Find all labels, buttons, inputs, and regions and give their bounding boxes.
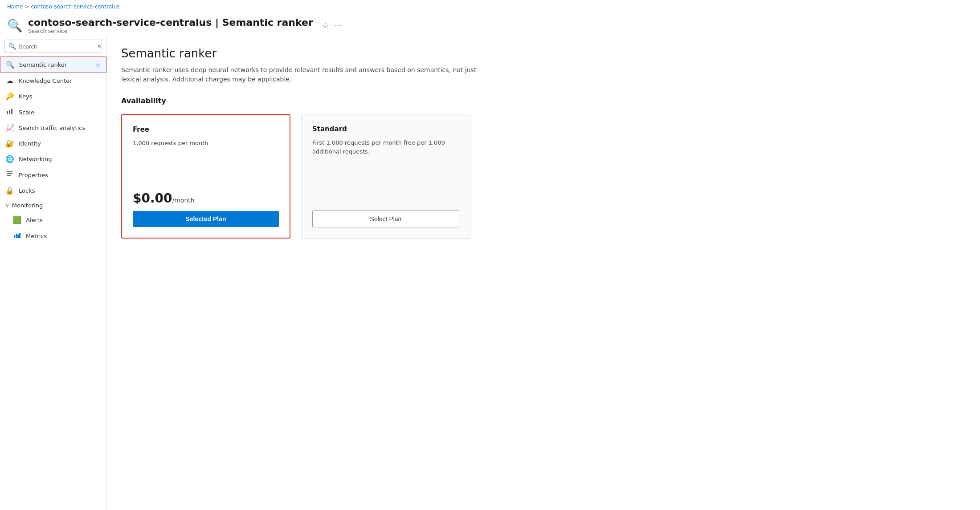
sidebar-search-icon: 🔍 <box>8 43 16 50</box>
svg-rect-9 <box>19 233 20 238</box>
header-actions: ☆ ··· <box>322 21 342 30</box>
page-subtitle: Search service <box>28 28 313 34</box>
sidebar-item-keys[interactable]: 🔑 Keys <box>0 89 106 104</box>
free-plan-description: 1,000 requests per month <box>133 139 279 182</box>
free-plan-name: Free <box>133 125 279 134</box>
sidebar-item-alerts[interactable]: 🟩 Alerts <box>0 212 106 228</box>
sidebar-item-label-knowledge-center: Knowledge Center <box>19 77 101 84</box>
properties-nav-icon <box>5 170 14 179</box>
semantic-ranker-nav-icon: 🔍 <box>6 61 15 69</box>
main-layout: 🔍 ✕ ≪ 🔍 Semantic ranker ☆ ☁️ Knowledge C… <box>0 36 980 510</box>
svg-rect-7 <box>16 234 17 238</box>
page-header: 🔍 contoso-search-service-centralus | Sem… <box>0 13 980 36</box>
svg-rect-3 <box>7 171 12 172</box>
breadcrumb-service[interactable]: contoso-search-service-centralus <box>31 4 120 10</box>
content-title: Semantic ranker <box>121 47 966 60</box>
sidebar-item-label-semantic-ranker: Semantic ranker <box>19 61 90 68</box>
free-plan-card: Free 1,000 requests per month $0.00/mont… <box>121 114 290 239</box>
monitoring-collapse-icon: ∨ <box>5 202 9 209</box>
search-icon: 🔍 <box>7 18 23 33</box>
sidebar-item-label-identity: Identity <box>19 140 101 147</box>
sidebar-item-label-scale: Scale <box>19 109 101 116</box>
select-plan-button[interactable]: Select Plan <box>312 210 459 227</box>
breadcrumb-separator: > <box>24 4 29 10</box>
sidebar-item-knowledge-center[interactable]: ☁️ Knowledge Center <box>0 73 106 89</box>
standard-plan-card: Standard First 1,000 requests per month … <box>301 114 470 239</box>
sidebar-item-label-search-traffic-analytics: Search traffic analytics <box>19 125 101 131</box>
content-description: Semantic ranker uses deep neural network… <box>121 65 486 84</box>
svg-rect-8 <box>17 235 19 238</box>
more-actions-icon[interactable]: ··· <box>335 21 342 30</box>
sidebar-item-metrics[interactable]: Metrics <box>0 228 106 244</box>
nav-group-monitoring-label: Monitoring <box>12 202 43 209</box>
page-title: contoso-search-service-centralus | Seman… <box>28 17 313 28</box>
search-traffic-analytics-nav-icon: 📈 <box>5 124 14 132</box>
alerts-nav-icon: 🟩 <box>12 216 21 224</box>
sidebar-nav: 🔍 Semantic ranker ☆ ☁️ Knowledge Center … <box>0 57 106 510</box>
sidebar-item-scale[interactable]: Scale <box>0 104 106 120</box>
app-container: Home > contoso-search-service-centralus … <box>0 0 980 510</box>
content-area: Semantic ranker Semantic ranker uses dee… <box>107 36 980 510</box>
sidebar-item-label-metrics: Metrics <box>26 233 101 239</box>
availability-section-title: Availability <box>121 97 966 105</box>
standard-plan-description: First 1,000 requests per month free per … <box>312 138 459 205</box>
selected-plan-button[interactable]: Selected Plan <box>133 211 279 227</box>
plans-container: Free 1,000 requests per month $0.00/mont… <box>121 114 966 239</box>
networking-nav-icon: 🌐 <box>5 155 14 163</box>
svg-rect-5 <box>7 175 11 176</box>
sidebar: 🔍 ✕ ≪ 🔍 Semantic ranker ☆ ☁️ Knowledge C… <box>0 36 107 510</box>
header-title-group: contoso-search-service-centralus | Seman… <box>28 17 313 34</box>
sidebar-item-label-keys: Keys <box>19 93 101 100</box>
search-input[interactable] <box>19 43 94 50</box>
sidebar-item-label-networking: Networking <box>19 156 101 162</box>
sidebar-item-star-semantic-ranker[interactable]: ☆ <box>95 61 101 69</box>
svg-rect-4 <box>7 173 12 174</box>
keys-nav-icon: 🔑 <box>5 92 14 101</box>
svg-rect-6 <box>14 235 15 238</box>
sidebar-item-properties[interactable]: Properties <box>0 167 106 183</box>
sidebar-item-locks[interactable]: 🔒 Locks <box>0 183 106 198</box>
close-search-icon[interactable]: ✕ <box>96 42 102 50</box>
sidebar-item-semantic-ranker[interactable]: 🔍 Semantic ranker ☆ <box>0 57 106 73</box>
sidebar-item-label-alerts: Alerts <box>26 217 101 223</box>
knowledge-center-nav-icon: ☁️ <box>5 77 14 85</box>
svg-rect-0 <box>7 111 8 114</box>
breadcrumb: Home > contoso-search-service-centralus <box>0 0 980 13</box>
nav-group-monitoring[interactable]: ∨ Monitoring <box>0 198 106 212</box>
sidebar-item-identity[interactable]: 🔐 Identity <box>0 136 106 151</box>
scale-nav-icon <box>5 108 14 117</box>
sidebar-item-networking[interactable]: 🌐 Networking <box>0 151 106 167</box>
svg-rect-2 <box>11 109 12 114</box>
sidebar-item-label-properties: Properties <box>19 172 101 178</box>
free-plan-price-unit: /month <box>172 197 195 204</box>
svg-rect-1 <box>9 110 10 114</box>
sidebar-item-label-locks: Locks <box>19 187 101 194</box>
identity-nav-icon: 🔐 <box>5 139 14 148</box>
sidebar-item-search-traffic-analytics[interactable]: 📈 Search traffic analytics <box>0 120 106 136</box>
favorite-icon[interactable]: ☆ <box>322 21 329 30</box>
standard-plan-name: Standard <box>312 125 459 133</box>
breadcrumb-home[interactable]: Home <box>7 4 23 10</box>
locks-nav-icon: 🔒 <box>5 186 14 195</box>
free-plan-price: $0.00/month <box>133 191 279 206</box>
sidebar-search-bar[interactable]: 🔍 ✕ ≪ <box>4 40 102 53</box>
metrics-nav-icon <box>12 231 21 240</box>
